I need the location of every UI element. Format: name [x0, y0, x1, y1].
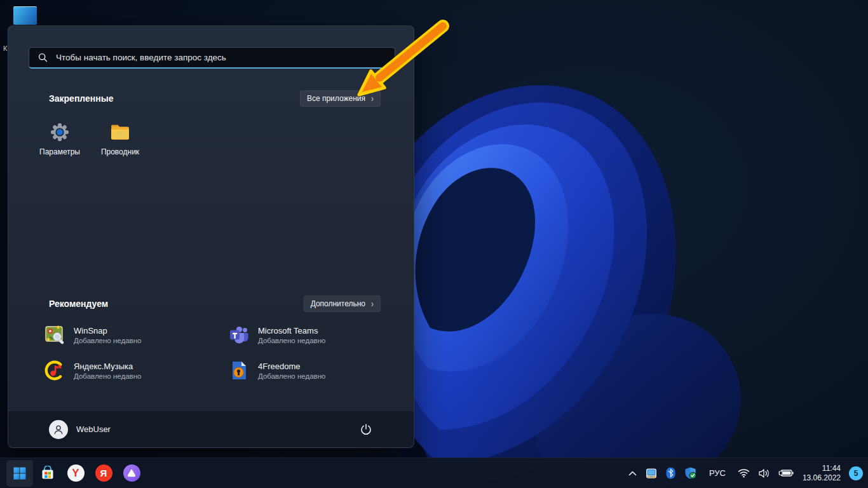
search-icon — [38, 53, 48, 62]
tray-overflow-button[interactable] — [627, 462, 639, 485]
pinned-section-header: Закрепленные Все приложения › — [49, 90, 381, 107]
battery-charging-icon — [778, 468, 794, 478]
desktop-shortcut-icon[interactable] — [13, 6, 37, 25]
recommended-item-yandex-music[interactable]: Яндекс.Музыка Добавлено недавно — [44, 355, 223, 386]
start-menu: Закрепленные Все приложения › — [8, 25, 414, 448]
recommended-section-header: Рекомендуем Дополнительно › — [49, 295, 381, 312]
document-keyhole-icon — [228, 360, 250, 381]
wifi-icon — [738, 468, 750, 478]
tray-computer-button[interactable] — [643, 462, 660, 485]
folder-icon — [109, 121, 131, 143]
power-button[interactable] — [355, 419, 377, 440]
clock[interactable]: 11:44 13.06.2022 — [800, 464, 843, 483]
wifi-button[interactable] — [736, 462, 752, 485]
taskbar-apps: Y Я — [0, 460, 145, 487]
pinned-app-settings[interactable]: Параметры — [30, 115, 90, 172]
winsnap-icon — [44, 324, 65, 346]
recommended-title: Рекомендуем — [49, 299, 108, 309]
chevron-right-icon: › — [371, 299, 374, 309]
recommended-item-teams[interactable]: Microsoft Teams Добавлено недавно — [228, 320, 407, 350]
date: 13.06.2022 — [803, 473, 841, 483]
time: 11:44 — [822, 464, 841, 473]
user-account-button[interactable]: WebUser — [49, 420, 111, 439]
all-apps-button[interactable]: Все приложения › — [300, 90, 381, 107]
recommended-item-4freedome[interactable]: 4Freedome Добавлено недавно — [228, 355, 407, 386]
taskbar: Y Я — [0, 458, 868, 488]
teams-icon — [228, 324, 250, 346]
settings-gear-icon — [49, 121, 71, 143]
volume-button[interactable] — [756, 462, 772, 485]
microsoft-store-icon — [40, 466, 55, 481]
user-name: WebUser — [76, 424, 111, 434]
user-avatar — [49, 420, 68, 439]
alice-icon — [123, 464, 140, 482]
tray-bluetooth-button[interactable] — [664, 462, 677, 485]
yandex-button[interactable]: Я — [90, 460, 117, 487]
yandex-music-icon — [44, 360, 65, 381]
yandex-browser-button[interactable]: Y — [62, 460, 89, 487]
yandex-browser-icon: Y — [67, 464, 85, 482]
alice-button[interactable] — [118, 460, 145, 487]
pinned-app-explorer[interactable]: Проводник — [90, 115, 150, 172]
pinned-app-label: Проводник — [101, 147, 139, 156]
battery-button[interactable] — [776, 462, 796, 485]
system-tray: РУС — [627, 462, 868, 485]
chevron-up-icon — [628, 471, 637, 476]
desktop-screen: К Закрепленные Все приложения › — [0, 0, 868, 488]
pinned-title: Закрепленные — [49, 93, 114, 104]
microsoft-store-button[interactable] — [34, 460, 61, 487]
start-button[interactable] — [6, 460, 33, 487]
start-menu-user-bar: WebUser — [8, 410, 414, 447]
yandex-icon: Я — [95, 464, 112, 482]
start-search-box[interactable] — [29, 47, 395, 69]
search-input[interactable] — [55, 52, 386, 63]
more-button[interactable]: Дополнительно › — [304, 295, 381, 312]
pinned-app-label: Параметры — [39, 147, 80, 156]
security-shield-icon — [684, 466, 697, 480]
tray-security-button[interactable] — [682, 462, 699, 485]
desktop-shortcut-label: К — [3, 44, 7, 52]
chevron-right-icon: › — [371, 93, 374, 104]
computer-display-icon — [645, 467, 658, 480]
language-indicator[interactable]: РУС — [703, 462, 731, 485]
bluetooth-icon — [666, 467, 675, 479]
speaker-icon — [758, 468, 770, 478]
recommended-item-winsnap[interactable]: WinSnap Добавлено недавно — [44, 320, 223, 350]
notification-badge[interactable]: 5 — [849, 466, 863, 480]
windows-logo-icon — [13, 467, 26, 480]
